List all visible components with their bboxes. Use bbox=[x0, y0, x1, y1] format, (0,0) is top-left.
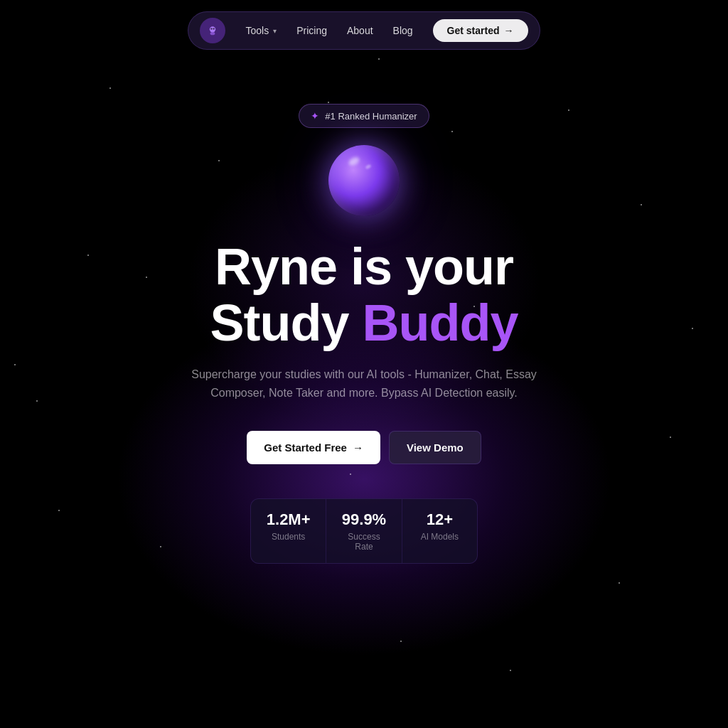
hero-title-line2: Study Buddy bbox=[210, 295, 518, 351]
cta-group: Get Started Free → View Demo bbox=[247, 431, 481, 464]
stat-label: Success Rate bbox=[341, 532, 387, 552]
stat-item: 99.9%Success Rate bbox=[326, 499, 402, 563]
svg-point-0 bbox=[210, 26, 215, 32]
get-started-label: Get Started Free bbox=[264, 441, 347, 454]
hero-title: Ryne is your Study Buddy bbox=[210, 239, 518, 351]
hero-title-line1: Ryne is your bbox=[210, 239, 518, 295]
view-demo-label: View Demo bbox=[407, 441, 464, 454]
arrow-right-icon: → bbox=[353, 441, 363, 454]
chevron-down-icon: ▾ bbox=[273, 27, 277, 35]
stat-label: Students bbox=[265, 532, 311, 542]
stat-item: 12+AI Models bbox=[402, 499, 477, 563]
badge-text: #1 Ranked Humanizer bbox=[325, 111, 417, 122]
stats-card: 1.2M+Students99.9%Success Rate12+AI Mode… bbox=[250, 498, 478, 564]
ranked-badge: ✦ #1 Ranked Humanizer bbox=[299, 104, 429, 128]
get-started-button[interactable]: Get Started Free → bbox=[247, 431, 380, 464]
hero-section: ✦ #1 Ranked Humanizer Ryne is your Study… bbox=[0, 61, 728, 564]
view-demo-button[interactable]: View Demo bbox=[389, 431, 481, 464]
sparkle-icon: ✦ bbox=[311, 110, 319, 122]
stat-label: AI Models bbox=[417, 532, 463, 542]
hero-title-study: Study bbox=[210, 294, 348, 351]
nav-tools-label: Tools bbox=[245, 25, 269, 36]
hero-orb bbox=[328, 145, 400, 216]
hero-title-buddy: Buddy bbox=[363, 294, 518, 351]
navbar: Tools ▾ Pricing About Blog Get started → bbox=[0, 0, 728, 61]
hero-subtitle: Supercharge your studies with our AI too… bbox=[179, 365, 549, 402]
star bbox=[619, 582, 620, 584]
nav-blog-link[interactable]: Blog bbox=[385, 21, 422, 41]
nav-tools-dropdown[interactable]: Tools ▾ bbox=[237, 21, 285, 41]
svg-point-2 bbox=[213, 28, 215, 30]
stat-value: 1.2M+ bbox=[265, 510, 311, 529]
arrow-icon: → bbox=[504, 25, 514, 36]
nav-cta-label: Get started bbox=[447, 25, 500, 36]
nav-links: Tools ▾ Pricing About Blog bbox=[237, 21, 421, 41]
stat-value: 99.9% bbox=[341, 510, 387, 529]
nav-about-link[interactable]: About bbox=[338, 21, 382, 41]
nav-pricing-link[interactable]: Pricing bbox=[288, 21, 336, 41]
stat-item: 1.2M+Students bbox=[251, 499, 326, 563]
nav-container: Tools ▾ Pricing About Blog Get started → bbox=[188, 11, 540, 50]
svg-point-3 bbox=[210, 32, 215, 35]
svg-point-1 bbox=[211, 28, 213, 30]
logo[interactable] bbox=[200, 18, 225, 43]
star bbox=[510, 670, 511, 671]
star bbox=[400, 641, 402, 642]
stat-value: 12+ bbox=[417, 510, 463, 529]
nav-cta-button[interactable]: Get started → bbox=[433, 19, 528, 42]
